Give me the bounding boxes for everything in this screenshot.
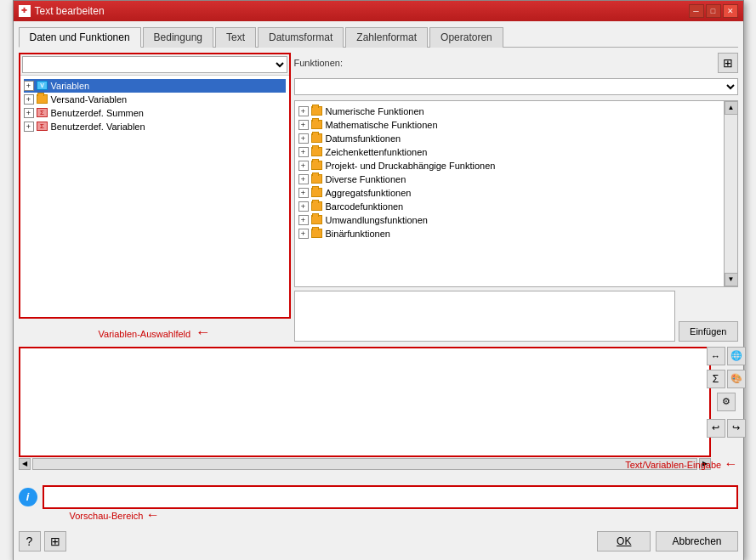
tree-item-math[interactable]: + Mathematische Funktionen: [298, 118, 720, 132]
tree-item-umwandlung[interactable]: + Umwandlungsfunktionen: [298, 213, 720, 227]
title-buttons: ─ □ ✕: [689, 4, 738, 18]
tree-item-aggregat[interactable]: + Aggregatsfunktionen: [298, 186, 720, 200]
globe-button[interactable]: 🌐: [727, 347, 746, 365]
variablen-annotation-label: Variablen-Auswahlfeld: [99, 329, 191, 339]
sigma-button[interactable]: Σ: [707, 370, 725, 388]
tab-operatoren[interactable]: Operatoren: [429, 27, 503, 48]
variable-dropdown[interactable]: [22, 56, 287, 73]
label-diverse: Diverse Funktionen: [326, 174, 406, 184]
scroll-left-button[interactable]: ◀: [19, 458, 31, 470]
right-panel: Funktionen: ⊞ + Numerische Funktionen: [294, 53, 738, 342]
expander-numerisch[interactable]: +: [298, 106, 309, 116]
expander-projekt[interactable]: +: [298, 161, 309, 171]
variable-selection-panel: + V Variablen + Versand-Va: [19, 53, 291, 319]
folder-icon-barcode: [311, 201, 323, 212]
tree-item-numerisch[interactable]: + Numerische Funktionen: [298, 105, 720, 118]
tree-item-projekt[interactable]: + Projekt- und Druckabhängige Funktionen: [298, 159, 720, 173]
expander-variablen[interactable]: +: [24, 81, 34, 91]
close-button[interactable]: ✕: [723, 4, 738, 18]
label-binaer: Binärfunktionen: [326, 229, 390, 239]
scroll-down-button[interactable]: ▼: [725, 273, 738, 286]
scrollbar-track[interactable]: [725, 115, 737, 273]
toolbar-row-undo: ↩ ↪: [707, 419, 746, 438]
tree-label-summen: Benutzerdef. Summen: [51, 108, 144, 118]
tree-item-variablen[interactable]: + V Variablen: [24, 79, 286, 93]
app-icon: ✚: [19, 5, 31, 17]
expander-zeichen[interactable]: +: [298, 147, 309, 157]
left-panel: + V Variablen + Versand-Va: [19, 53, 291, 342]
tree-item-versand[interactable]: + Versand-Variablen: [24, 93, 286, 106]
label-zeichen: Zeichenkettenfunktionen: [326, 147, 428, 157]
preview-annotation: Vorschau-Bereich: [70, 511, 144, 521]
expander-bvariablen[interactable]: +: [24, 122, 34, 132]
folder-icon-math: [311, 119, 323, 131]
toolbar-row-1: ↔ 🌐: [707, 347, 746, 365]
tree-item-zeichen[interactable]: + Zeichenkettenfunktionen: [298, 145, 720, 159]
expander-datum[interactable]: +: [298, 133, 309, 144]
help-button[interactable]: ?: [19, 531, 41, 552]
folder-icon-versand: [37, 93, 48, 105]
expander-versand[interactable]: +: [24, 94, 34, 105]
tree-item-datum[interactable]: + Datumsfunktionen: [298, 132, 720, 145]
tree-item-binaer[interactable]: + Binärfunktionen: [298, 227, 720, 240]
grid-toggle-button[interactable]: ⊞: [718, 53, 738, 73]
tab-text[interactable]: Text: [215, 27, 256, 48]
window-title: Text bearbeiten: [35, 5, 105, 17]
expander-aggregat[interactable]: +: [298, 188, 309, 198]
description-insert-row: Einfügen: [294, 291, 738, 342]
function-dropdown-row: [294, 78, 738, 95]
label-math: Mathematische Funktionen: [326, 120, 438, 130]
expander-binaer[interactable]: +: [298, 229, 309, 239]
layout-button[interactable]: ⊞: [44, 531, 66, 552]
bottom-area: ↔ 🌐 Σ 🎨 ⚙ ↩ ↪: [19, 347, 738, 470]
side-toolbar: ↔ 🌐 Σ 🎨 ⚙ ↩ ↪: [714, 347, 738, 438]
folder-icon-projekt: [311, 160, 323, 172]
cancel-button[interactable]: Abbrechen: [656, 531, 737, 552]
ok-button[interactable]: OK: [597, 531, 651, 552]
minimize-button[interactable]: ─: [689, 4, 704, 18]
tree-label-bvariablen: Benutzerdef. Variablen: [51, 122, 145, 132]
function-tree-panel: + Numerische Funktionen + Mathematische …: [294, 100, 738, 287]
function-dropdown[interactable]: [294, 78, 738, 95]
title-bar: ✚ Text bearbeiten ─ □ ✕: [14, 1, 743, 21]
maximize-button[interactable]: □: [706, 4, 721, 18]
tree-item-summen[interactable]: + Σ Benutzerdef. Summen: [24, 106, 286, 120]
label-datum: Datumsfunktionen: [326, 133, 401, 144]
description-box: [294, 291, 676, 342]
arrow-left-button[interactable]: ↔: [707, 347, 725, 365]
scroll-up-button[interactable]: ▲: [725, 101, 738, 115]
expander-umwandlung[interactable]: +: [298, 215, 309, 225]
label-projekt: Projekt- und Druckabhängige Funktionen: [326, 161, 496, 171]
folder-icon-aggregat: [311, 187, 323, 199]
sum-icon-summen: Σ: [37, 107, 48, 119]
tab-daten-funktionen[interactable]: Daten und Funktionen: [19, 27, 141, 48]
text-variables-input[interactable]: [19, 347, 711, 457]
label-barcode: Barcodefunktionen: [326, 201, 404, 212]
redo-button[interactable]: ↪: [727, 419, 746, 438]
tab-bedingung[interactable]: Bedingung: [143, 27, 213, 48]
text-input-annotation-wrapper: Text/Variablen-Eingabe ←: [625, 456, 737, 472]
info-icon: i: [19, 488, 37, 506]
tab-datumsformat[interactable]: Datumsformat: [258, 27, 344, 48]
settings-button[interactable]: ⚙: [717, 393, 736, 411]
tree-item-diverse[interactable]: + Diverse Funktionen: [298, 173, 720, 186]
horizontal-scroll-track[interactable]: [32, 458, 697, 470]
dialog-content: Daten und Funktionen Bedingung Text Datu…: [14, 21, 743, 560]
tree-item-barcode[interactable]: + Barcodefunktionen: [298, 200, 720, 213]
tab-zahlenformat[interactable]: Zahlenformat: [345, 27, 428, 48]
expander-summen[interactable]: +: [24, 108, 34, 118]
expander-diverse[interactable]: +: [298, 174, 309, 184]
tab-bar: Daten und Funktionen Bedingung Text Datu…: [19, 26, 738, 48]
variable-icon: V: [37, 80, 48, 92]
undo-button[interactable]: ↩: [707, 419, 725, 438]
expander-math[interactable]: +: [298, 120, 309, 130]
sum-icon-bvariablen: Σ: [37, 121, 48, 133]
folder-icon-numerisch: [311, 105, 323, 117]
main-area: + V Variablen + Versand-Va: [19, 53, 738, 342]
tree-item-bvariablen[interactable]: + Σ Benutzerdef. Variablen: [24, 120, 286, 133]
variable-tree: + V Variablen + Versand-Va: [20, 76, 289, 314]
folder-icon-zeichen: [311, 146, 323, 158]
expander-barcode[interactable]: +: [298, 201, 309, 212]
color-button[interactable]: 🎨: [727, 370, 746, 388]
insert-button[interactable]: Einfügen: [679, 321, 737, 342]
